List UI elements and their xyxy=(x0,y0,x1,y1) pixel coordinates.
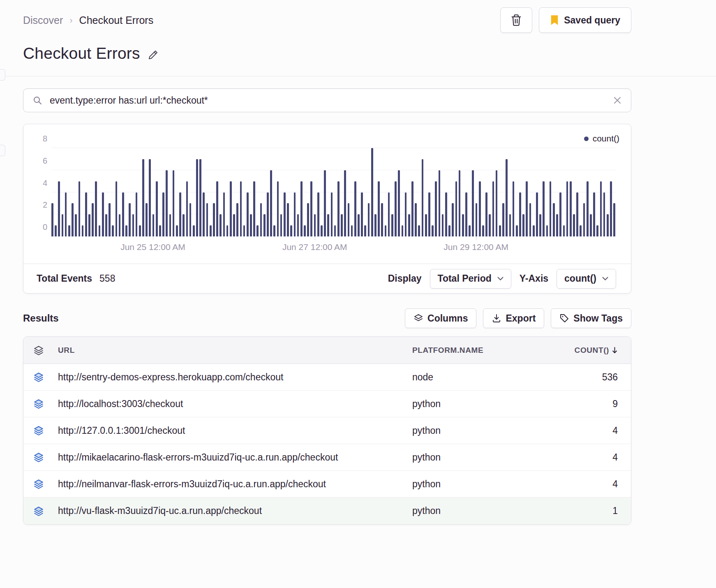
chart-bar xyxy=(600,181,602,236)
chart-bar xyxy=(533,225,535,236)
chart-bar xyxy=(402,225,404,236)
chart-legend[interactable]: count() xyxy=(584,134,619,144)
delete-query-button[interactable] xyxy=(500,7,532,33)
header-layers-icon[interactable] xyxy=(33,345,58,356)
y-axis-tick-label: 6 xyxy=(33,156,47,165)
chart-bar xyxy=(452,203,454,236)
sidebar-collapse-handle-2[interactable] xyxy=(0,145,5,156)
x-axis-tick-label: Jun 25 12:00 AM xyxy=(120,242,185,252)
total-events: Total Events 558 xyxy=(37,273,115,284)
chart-bar xyxy=(593,192,595,237)
display-dropdown[interactable]: Total Period xyxy=(430,269,511,289)
row-url[interactable]: http://sentry-demos-express.herokuapp.co… xyxy=(58,372,412,383)
column-header-count[interactable]: COUNT() xyxy=(536,346,618,355)
row-url[interactable]: http://mikaelacarino-flask-errors-m3uuiz… xyxy=(58,452,412,463)
export-button[interactable]: Export xyxy=(483,308,544,328)
chart-bar xyxy=(374,214,376,236)
chart-bar xyxy=(102,192,104,237)
chart-bar xyxy=(553,203,555,236)
chart-bar xyxy=(546,225,548,236)
chart-bar xyxy=(219,214,222,236)
table-header-row: URL PLATFORM.NAME COUNT() xyxy=(23,337,631,364)
chart-bar xyxy=(51,203,53,236)
chart-bar xyxy=(432,225,434,236)
display-label: Display xyxy=(388,273,422,284)
row-url[interactable]: http://localhost:3003/checkout xyxy=(58,398,412,410)
chart-bar xyxy=(267,192,269,237)
export-icon xyxy=(492,313,501,323)
chart-bar xyxy=(182,214,185,236)
column-header-url[interactable]: URL xyxy=(58,346,412,355)
chart-bar xyxy=(442,214,444,236)
chart-bar xyxy=(156,181,158,236)
row-layers-icon[interactable] xyxy=(33,425,58,436)
events-chart-panel: count() 02468 Jun 25 12:00 AMJun 27 12:0… xyxy=(23,124,631,294)
chart-bar xyxy=(411,181,413,236)
sidebar-collapse-handle[interactable] xyxy=(0,69,5,81)
table-row[interactable]: http://127.0.0.1:3001/checkout python 4 xyxy=(23,417,631,444)
row-layers-icon[interactable] xyxy=(33,506,58,516)
chart-bar xyxy=(250,214,252,236)
row-count: 9 xyxy=(536,398,618,410)
row-url[interactable]: http://127.0.0.1:3001/checkout xyxy=(58,425,412,436)
chart-bar xyxy=(566,181,568,236)
saved-query-button[interactable]: Saved query xyxy=(539,7,631,33)
chart-bar xyxy=(570,181,572,236)
chart-bar xyxy=(109,203,111,236)
results-title: Results xyxy=(23,313,59,324)
x-axis-tick xyxy=(153,236,153,240)
main-content: count() 02468 Jun 25 12:00 AMJun 27 12:0… xyxy=(23,88,631,525)
row-count: 4 xyxy=(536,425,618,436)
chart-bar xyxy=(526,181,528,236)
chart-bar xyxy=(112,225,114,236)
y-axis-dropdown[interactable]: count() xyxy=(557,269,616,289)
table-row[interactable]: http://sentry-demos-express.herokuapp.co… xyxy=(23,364,631,391)
edit-title-pencil-icon[interactable] xyxy=(148,49,159,60)
table-row[interactable]: http://vu-flask-m3uuizd7iq-uc.a.run.app/… xyxy=(23,498,631,524)
chart-bar xyxy=(559,192,561,237)
breadcrumb-discover[interactable]: Discover xyxy=(23,14,63,26)
results-table: URL PLATFORM.NAME COUNT() http://sentry-… xyxy=(23,336,631,525)
x-axis-tick xyxy=(315,236,315,240)
chart-bar xyxy=(280,214,282,236)
chart-bar xyxy=(476,203,478,236)
clear-search-icon[interactable] xyxy=(613,96,622,105)
chart-bar xyxy=(85,192,87,237)
row-layers-icon[interactable] xyxy=(33,372,58,382)
chart-bar xyxy=(68,225,70,236)
page-header: Discover › Checkout Errors xyxy=(0,0,716,76)
table-row[interactable]: http://neilmanvar-flask-errors-m3uuizd7i… xyxy=(23,471,631,498)
breadcrumb-current-page: Checkout Errors xyxy=(79,14,154,26)
chart-bar xyxy=(536,192,538,237)
saved-query-label: Saved query xyxy=(564,15,620,26)
row-count: 4 xyxy=(536,452,618,463)
chart-bar xyxy=(260,203,262,236)
row-url[interactable]: http://vu-flask-m3uuizd7iq-uc.a.run.app/… xyxy=(58,505,412,516)
row-layers-icon[interactable] xyxy=(33,398,58,409)
chart-bar xyxy=(176,225,178,236)
chart-bar xyxy=(590,214,592,236)
chart-bar xyxy=(344,170,346,236)
column-header-platform[interactable]: PLATFORM.NAME xyxy=(412,346,536,355)
table-row[interactable]: http://mikaelacarino-flask-errors-m3uuiz… xyxy=(23,444,631,471)
chart-bar xyxy=(613,203,615,236)
chart-bar xyxy=(277,181,279,236)
chart-bar xyxy=(361,192,363,237)
chart-bar xyxy=(226,225,229,236)
show-tags-button[interactable]: Show Tags xyxy=(551,308,631,328)
row-url[interactable]: http://neilmanvar-flask-errors-m3uuizd7i… xyxy=(58,479,412,490)
row-layers-icon[interactable] xyxy=(33,452,58,463)
table-row[interactable]: http://localhost:3003/checkout python 9 xyxy=(23,391,631,417)
row-layers-icon[interactable] xyxy=(33,479,58,489)
chart-bar xyxy=(55,225,57,236)
chart-bar xyxy=(263,214,266,236)
columns-button[interactable]: Columns xyxy=(405,308,476,328)
chart-bar xyxy=(550,181,552,236)
chart-bar xyxy=(482,225,484,236)
chart-bar xyxy=(294,192,296,237)
chart-bar xyxy=(159,225,161,236)
search-input[interactable] xyxy=(49,95,613,106)
row-count: 536 xyxy=(536,372,618,383)
chart-bar xyxy=(354,181,356,236)
chart-bar xyxy=(213,203,215,236)
